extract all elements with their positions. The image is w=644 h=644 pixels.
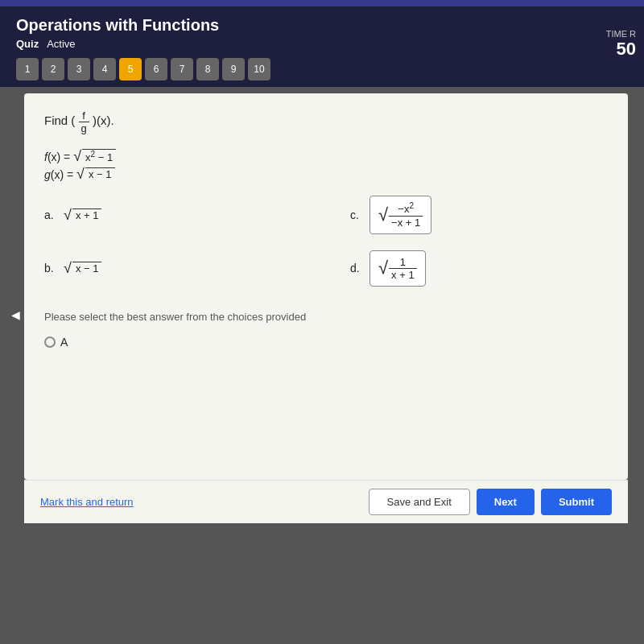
footer-buttons: Save and Exit Next Submit (369, 489, 612, 515)
answer-d-num: 1 (389, 256, 417, 269)
answer-c-den: −x + 1 (389, 217, 423, 229)
next-button[interactable]: Next (477, 489, 535, 515)
quiz-status: Quiz Active (16, 38, 628, 50)
header: Operations with Functions Quiz Active TI… (0, 6, 644, 87)
answer-d[interactable]: d. √ 1 x + 1 (350, 250, 608, 287)
time-remaining-label: TIME R (606, 29, 636, 39)
fraction-denominator: g (79, 122, 89, 134)
page-wrapper: Operations with Functions Quiz Active TI… (0, 0, 644, 644)
quiz-label: Quiz (16, 38, 39, 50)
answer-c-fraction: −x2 −x + 1 (389, 201, 423, 228)
answer-d-box: √ 1 x + 1 (369, 250, 426, 287)
mark-return-link[interactable]: Mark this and return (40, 496, 134, 508)
answer-c-letter: c. (350, 208, 363, 221)
active-label: Active (47, 38, 75, 50)
time-value: 50 (606, 39, 636, 60)
fraction-numerator: f (79, 109, 89, 122)
answer-a-expr: √ x + 1 (64, 208, 101, 222)
question-nav: 1 2 3 4 5 6 7 8 9 10 (16, 58, 628, 80)
nav-btn-2[interactable]: 2 (42, 58, 64, 80)
answer-d-fraction: 1 x + 1 (389, 256, 417, 281)
radio-a[interactable] (44, 336, 56, 348)
find-paren-open: ( (71, 114, 75, 127)
time-remaining: TIME R 50 (606, 29, 636, 60)
answer-d-den: x + 1 (389, 269, 417, 281)
given-functions: f(x) = √ x2 − 1 g(x) = √ x − 1 (44, 149, 608, 181)
find-label: Find (44, 114, 68, 127)
footer-bar: Mark this and return Save and Exit Next … (24, 480, 628, 523)
answer-c-num: −x2 (389, 201, 423, 216)
find-paren-close: )(x). (93, 114, 114, 127)
submit-button[interactable]: Submit (541, 489, 612, 515)
question-prompt: Find ( f g )(x). (44, 109, 608, 134)
nav-btn-10[interactable]: 10 (248, 58, 270, 80)
answer-b-letter: b. (44, 262, 57, 275)
side-arrow[interactable]: ◀ (8, 295, 23, 335)
func-g-sqrt: √ x − 1 (76, 167, 114, 181)
content-area: ◀ Find ( f g )(x). f(x) = √ x2 − 1 (8, 93, 636, 523)
selected-answer[interactable]: A (44, 336, 608, 349)
nav-btn-1[interactable]: 1 (16, 58, 39, 80)
save-exit-button[interactable]: Save and Exit (369, 489, 470, 515)
func-g: g(x) = √ x − 1 (44, 167, 608, 181)
nav-btn-4[interactable]: 4 (93, 58, 116, 80)
answer-a-letter: a. (44, 208, 57, 221)
nav-btn-9[interactable]: 9 (222, 58, 245, 80)
selected-label: A (60, 336, 68, 349)
nav-btn-7[interactable]: 7 (171, 58, 193, 80)
func-f-sqrt: √ x2 − 1 (73, 149, 116, 163)
answer-c[interactable]: c. √ −x2 −x + 1 (350, 196, 608, 233)
func-f: f(x) = √ x2 − 1 (44, 149, 608, 163)
answer-d-letter: d. (350, 262, 363, 275)
nav-btn-3[interactable]: 3 (68, 58, 90, 80)
answer-b[interactable]: b. √ x − 1 (44, 250, 302, 287)
answer-a[interactable]: a. √ x + 1 (44, 196, 302, 233)
nav-btn-6[interactable]: 6 (145, 58, 167, 80)
nav-btn-8[interactable]: 8 (196, 58, 219, 80)
please-select-text: Please select the best answer from the c… (44, 311, 608, 323)
page-title: Operations with Functions (16, 16, 628, 35)
nav-btn-5[interactable]: 5 (119, 58, 142, 80)
answer-c-box: √ −x2 −x + 1 (369, 196, 431, 233)
answer-b-expr: √ x − 1 (64, 261, 101, 275)
main-content: Find ( f g )(x). f(x) = √ x2 − 1 (24, 93, 628, 480)
question-fraction: f g (79, 109, 89, 134)
top-bar (0, 0, 644, 6)
answers-grid: a. √ x + 1 c. √ −x2 −x + 1 (44, 196, 608, 286)
